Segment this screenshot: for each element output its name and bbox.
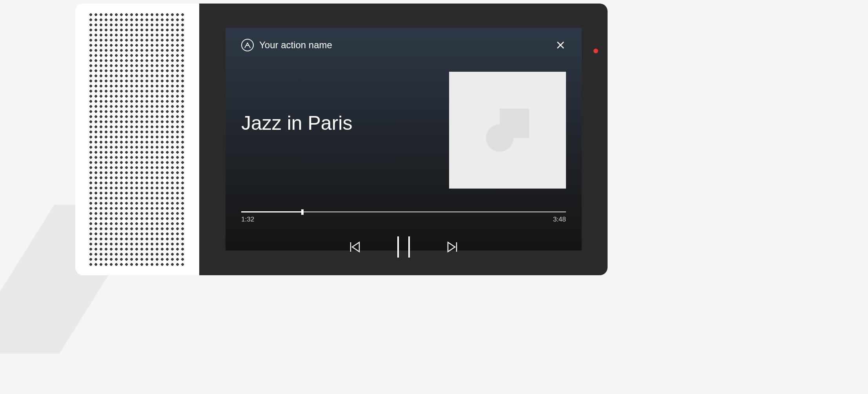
svg-marker-4	[448, 242, 455, 252]
pause-icon	[408, 236, 410, 258]
duration-time: 3:48	[553, 216, 566, 223]
action-name-label: Your action name	[259, 40, 332, 51]
album-art	[449, 72, 566, 189]
mic-muted-indicator	[593, 49, 598, 53]
header-left: Your action name	[241, 39, 332, 51]
skip-next-icon	[446, 241, 459, 253]
seek-bar[interactable]	[241, 211, 566, 212]
speaker-grille	[75, 4, 199, 275]
action-logo-icon	[241, 39, 254, 51]
playback-controls	[241, 236, 566, 258]
svg-marker-3	[352, 242, 359, 252]
skip-previous-button[interactable]	[347, 239, 363, 255]
close-icon	[556, 41, 565, 49]
card-header: Your action name	[241, 39, 566, 51]
skip-previous-icon	[349, 241, 361, 253]
media-player-card: Your action name Jazz in Paris	[226, 28, 582, 251]
elapsed-time: 1:32	[241, 216, 254, 223]
time-row: 1:32 3:48	[241, 216, 566, 223]
play-pause-button[interactable]	[395, 236, 412, 258]
smart-display-device: Your action name Jazz in Paris	[75, 4, 608, 275]
track-title: Jazz in Paris	[241, 112, 352, 134]
close-button[interactable]	[555, 40, 566, 51]
seek-thumb[interactable]	[301, 209, 304, 215]
skip-next-button[interactable]	[444, 239, 460, 255]
speaker-dots	[88, 12, 186, 267]
progress-fill	[241, 211, 302, 212]
display-screen: Your action name Jazz in Paris	[199, 4, 608, 275]
pause-icon	[397, 236, 399, 258]
content-row: Jazz in Paris	[241, 72, 566, 189]
progress-section: 1:32 3:48	[241, 211, 566, 223]
image-placeholder-icon	[486, 109, 529, 152]
